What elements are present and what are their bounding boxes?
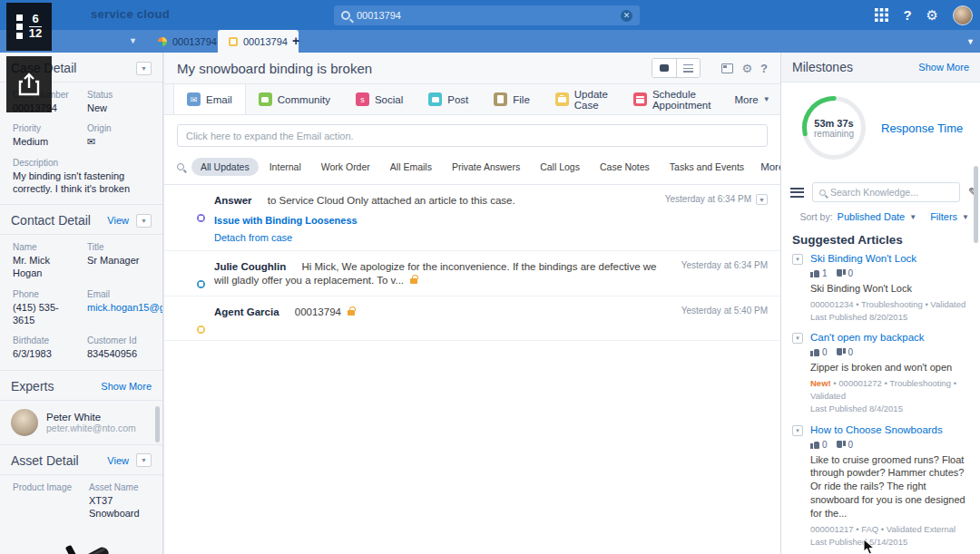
case-title: My snowboard binding is broken (177, 61, 652, 76)
feed-settings-gear-icon[interactable]: ⚙ (741, 63, 752, 74)
field-contact-title: Title Sr Manager (87, 242, 163, 280)
filter-internal[interactable]: Internal (260, 158, 310, 176)
app-launcher-icon[interactable] (875, 8, 888, 22)
workspace-tab-primary[interactable]: 00013794 (147, 30, 228, 53)
share-upload-icon (17, 72, 41, 97)
feed-item-email: Julie Coughlin Hi Mick, We apologize for… (164, 251, 780, 296)
knowledge-search[interactable] (812, 182, 960, 202)
thumbs-down-icon[interactable] (837, 269, 846, 277)
publisher-tab-email[interactable]: ✉ Email (173, 84, 246, 114)
feed-author[interactable]: Answer (214, 195, 252, 206)
contact-view-link[interactable]: View (107, 215, 129, 226)
article-link[interactable]: Ski Binding Won't Lock (810, 253, 916, 264)
workspace-tab-case[interactable]: 00013794 (218, 30, 299, 53)
feed-timestamp: Yesterday at 6:34 PM (681, 260, 768, 270)
downvote-count: 0 (848, 347, 854, 357)
clear-search-icon[interactable]: ✕ (621, 10, 632, 22)
feed-author[interactable]: Agent Garcia (214, 306, 279, 317)
tabstrip-overflow-icon[interactable]: ▼ (966, 37, 975, 46)
contact-email-link[interactable]: mick.hogan15@gm... (87, 301, 163, 314)
field-description: Description My binding isn't fastening c… (13, 158, 152, 196)
publisher-tab-community[interactable]: Community (246, 84, 343, 114)
article-meta: 000001217 • FAQ • Validated External (810, 523, 969, 536)
setup-gear-icon[interactable]: ⚙ (926, 8, 938, 22)
feed-timestamp: Yesterday at 6:34 PM (665, 194, 751, 204)
filter-private-answers[interactable]: Private Answers (443, 158, 529, 176)
feed-view-button[interactable] (652, 59, 676, 77)
chevron-down-icon: ▼ (909, 213, 916, 221)
article-link[interactable]: How to Choose Snowboards (810, 424, 943, 435)
knowledge-menu-icon[interactable] (790, 188, 804, 198)
publisher-tab-post[interactable]: Post (416, 84, 481, 114)
sort-value-dropdown[interactable]: Published Date (838, 211, 906, 222)
expert-list-item[interactable]: Peter White peter.white@nto.com (0, 401, 162, 445)
thumbs-up-icon[interactable] (810, 269, 819, 277)
suggested-articles-title: Suggested Articles (792, 233, 969, 247)
attached-article-link[interactable]: Issue with Binding Looseness (214, 215, 654, 226)
feed-author[interactable]: Julie Coughlin (214, 261, 286, 272)
article-expand-icon[interactable]: ▼ (792, 333, 803, 344)
mouse-cursor (863, 539, 875, 554)
case-feed-panel: My snowboard binding is broken ⚙ ? ✉ Ema… (164, 53, 780, 554)
top-nav-bar: service cloud ✕ ? ⚙ (0, 0, 980, 30)
thumbs-up-icon[interactable] (810, 348, 819, 356)
email-composer-input[interactable] (177, 124, 768, 147)
article-expand-icon[interactable]: ▼ (792, 425, 803, 436)
publisher-more-button[interactable]: More ▼ (723, 84, 780, 114)
experts-scrollbar[interactable] (155, 406, 160, 442)
asset-view-link[interactable]: View (107, 455, 129, 466)
filter-tasks-and-events[interactable]: Tasks and Events (661, 158, 753, 176)
answer-badge-icon (195, 212, 207, 224)
field-contact-email: Email mick.hogan15@gm... (87, 289, 163, 327)
tab-dropdown-icon[interactable]: ▼ (129, 36, 137, 45)
knowledge-search-input[interactable] (830, 187, 953, 198)
case-number-ref[interactable]: 00013794 (295, 306, 341, 317)
new-tab-button[interactable]: + (292, 34, 299, 48)
feed-search-icon[interactable] (177, 163, 184, 170)
filters-dropdown[interactable]: Filters (930, 211, 957, 222)
email-composer[interactable] (177, 124, 768, 147)
case-detail-menu-icon[interactable]: ▼ (136, 62, 152, 75)
feed-bubble-icon (660, 64, 669, 72)
global-search-input[interactable] (357, 10, 621, 21)
article-published: Last Published 8/20/2015 (810, 311, 969, 324)
experts-show-more-link[interactable]: Show More (101, 381, 152, 392)
thumbs-down-icon[interactable] (837, 348, 846, 356)
search-icon (341, 11, 350, 20)
layout-window-icon[interactable] (721, 63, 733, 73)
filter-all-updates[interactable]: All Updates (191, 158, 259, 176)
milestones-show-more-link[interactable]: Show More (918, 62, 969, 73)
publisher-tab-update-case[interactable]: Update Case (543, 84, 621, 114)
publisher-tab-file[interactable]: File (481, 84, 543, 114)
filter-call-logs[interactable]: Call Logs (531, 158, 589, 176)
contact-menu-icon[interactable]: ▼ (136, 214, 152, 228)
publisher-tab-schedule-appointment[interactable]: Schedule Appointment (621, 84, 724, 114)
publisher-tab-social[interactable]: s Social (343, 84, 416, 114)
help-icon[interactable]: ? (903, 8, 911, 22)
thumbs-up-icon[interactable] (810, 441, 819, 449)
community-icon (259, 92, 272, 106)
field-origin: Origin ✉ (87, 123, 152, 148)
article-expand-icon[interactable]: ▼ (792, 254, 803, 265)
thumbs-down-icon[interactable] (837, 441, 846, 449)
article-link[interactable]: Can't open my backpack (810, 332, 925, 343)
right-panel-scrollbar[interactable] (974, 166, 978, 243)
global-search[interactable]: ✕ (334, 5, 640, 25)
feed-text: to Service Cloud Only attached an articl… (268, 195, 515, 206)
asset-menu-icon[interactable]: ▼ (136, 453, 152, 467)
feed-item-answer: Answer to Service Cloud Only attached an… (164, 185, 780, 251)
feed-item-menu-icon[interactable]: ▼ (756, 194, 768, 205)
filter-case-notes[interactable]: Case Notes (591, 158, 659, 176)
share-overlay[interactable] (6, 56, 52, 112)
filter-all-emails[interactable]: All Emails (381, 158, 441, 176)
user-avatar[interactable] (953, 5, 973, 25)
article-published: Last Published 8/4/2015 (810, 403, 969, 415)
details-view-button[interactable] (676, 59, 700, 77)
article-summary: Zipper is broken and won't open (810, 361, 969, 374)
detach-from-case-link[interactable]: Detach from case (214, 232, 654, 243)
timer-label: remaining (814, 129, 854, 139)
filter-work-order[interactable]: Work Order (312, 158, 379, 176)
field-contact-name: Name Mr. Mick Hogan (13, 242, 80, 280)
feed-filter-bar: All Updates Internal Work Order All Emai… (164, 154, 780, 185)
feed-help-icon[interactable]: ? (760, 63, 768, 74)
